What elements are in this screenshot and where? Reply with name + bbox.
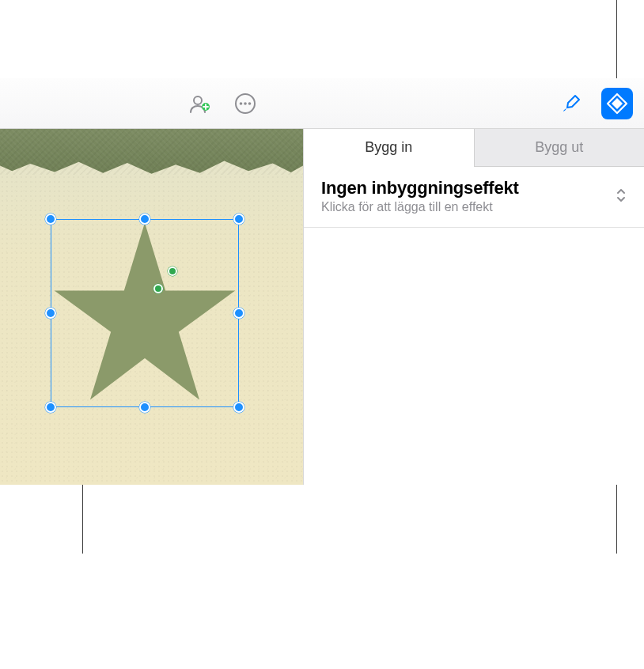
animate-button[interactable] <box>601 88 633 119</box>
chevron-up-down-icon <box>612 187 630 206</box>
animate-inspector: Bygg in Bygg ut Ingen inbyggningseffekt … <box>304 129 644 485</box>
animate-icon <box>605 92 629 115</box>
effect-text-group: Ingen inbyggningseffekt Klicka för att l… <box>321 178 612 214</box>
resize-handle-tm[interactable] <box>139 214 150 225</box>
effect-title: Ingen inbyggningseffekt <box>321 178 612 198</box>
resize-handle-bl[interactable] <box>45 402 56 413</box>
tab-build-in-label: Bygg in <box>365 139 412 156</box>
format-button[interactable] <box>555 88 587 119</box>
toolbar <box>0 78 644 129</box>
slide-canvas[interactable] <box>0 129 304 485</box>
resize-handle-bm[interactable] <box>139 402 150 413</box>
resize-handle-br[interactable] <box>233 402 244 413</box>
resize-handle-tr[interactable] <box>233 214 244 225</box>
selected-shape-star[interactable] <box>51 219 239 407</box>
svg-point-3 <box>240 102 243 105</box>
effect-subtitle: Klicka för att lägga till en effekt <box>321 200 612 214</box>
tab-build-in[interactable]: Bygg in <box>304 129 474 166</box>
star-shape[interactable] <box>51 219 239 407</box>
shape-control-handle-outer[interactable] <box>168 266 177 276</box>
tab-build-out-label: Bygg ut <box>535 139 583 156</box>
resize-handle-ml[interactable] <box>45 308 56 319</box>
more-icon <box>234 93 256 115</box>
resize-handle-mr[interactable] <box>233 308 244 319</box>
build-tabs: Bygg in Bygg ut <box>304 129 644 167</box>
svg-point-0 <box>194 96 202 104</box>
resize-handle-tl[interactable] <box>45 214 56 225</box>
effect-picker-row[interactable]: Ingen inbyggningseffekt Klicka för att l… <box>304 167 644 228</box>
shape-control-handle-inner[interactable] <box>153 284 163 293</box>
svg-point-4 <box>244 102 247 105</box>
callout-line-top <box>616 0 617 84</box>
app-window: Bygg in Bygg ut Ingen inbyggningseffekt … <box>0 78 644 485</box>
format-brush-icon <box>561 93 581 114</box>
svg-point-5 <box>248 102 252 105</box>
svg-marker-6 <box>55 223 235 400</box>
collaborate-icon <box>188 93 210 115</box>
tab-build-out[interactable]: Bygg ut <box>474 129 645 166</box>
content-area: Bygg in Bygg ut Ingen inbyggningseffekt … <box>0 129 644 485</box>
more-button[interactable] <box>229 88 261 119</box>
collaborate-button[interactable] <box>184 88 215 119</box>
